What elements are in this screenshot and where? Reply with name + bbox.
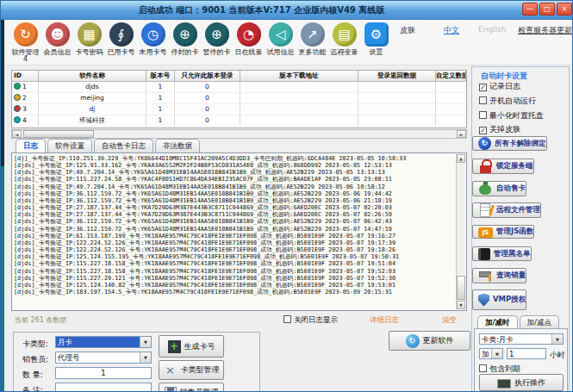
tab-add-sub-time[interactable]: 加/减时 [477,315,518,328]
record-log-checkbox[interactable]: ✓记录日志 [479,81,520,92]
card-type-select[interactable]: 月卡 ▼ [55,336,152,348]
card-type-label: 卡类型: [22,339,48,350]
log-line: [djds]_卡号验证_IP:125.91.33.162_卡号:YKAA3A65… [14,162,454,169]
lock-server-button[interactable]: 锁定服务端 [472,159,534,174]
detail-log-link[interactable]: 详细日志 [370,315,399,326]
execute-operation-button[interactable]: 执行操作 [479,374,564,391]
tab-auto-sell-log[interactable]: 自动售卡日志 [94,139,153,152]
chevron-down-icon[interactable]: ▼ [140,337,151,347]
auto-sell-button[interactable]: 自动售卡 [472,181,526,196]
plus-icon: + [168,340,181,353]
check-update-link[interactable]: 检查服务器更新 [518,25,572,36]
english-link[interactable]: English [478,25,507,34]
scroll-thumb[interactable] [23,130,94,138]
toolbar-badge: 4 [9,56,41,63]
tab-illegal-data[interactable]: 非法数据 [155,139,200,152]
remote-file-manage-button[interactable]: 远程文件管理 [472,202,541,218]
log-panel[interactable]: [dj]_卡号验证_IP:110.251.39.229_卡号:YK86644D1… [11,152,467,311]
toolbar-more-features[interactable]: ↗ 更多功能 [296,22,328,56]
disable-skin-checkbox[interactable]: ✓关掉皮肤 [479,124,520,135]
clear-log-link[interactable]: 清空 [442,315,457,326]
main-toolbar: ↻ 软件管理 4 ☻ 会员信息 ▦ 卡号密码 ∮ 已用卡号 ◷ 未用卡号 ⊕ 停… [4,20,573,65]
log-line: [djds]_卡号验证_IP:122.224.52.126_卡号:YK18AAE… [14,240,454,246]
chinese-link[interactable]: 中文 [444,25,459,36]
checkbox-icon[interactable] [283,315,291,323]
table-hscrollbar[interactable]: ◄ ► [11,129,467,139]
minimize-button[interactable]: — [522,3,538,16]
unit-label: 小时 [550,350,565,361]
unbind-all-cards-button[interactable]: ↻ 所有卡解除绑定 [472,136,547,151]
scroll-right-arrow[interactable]: ► [457,130,466,138]
manage-js-button[interactable]: JS 管理JS函数 [472,225,534,239]
chevron-down-icon[interactable]: ▼ [140,352,151,363]
table-header: ID 软件名称 版本号 只允许此版本登录 版本下载地址 登录返回数据 自定义数据 [12,71,466,82]
table-row[interactable]: 4 环城科技 1 0 [12,115,466,127]
vmp-auth-button[interactable]: VMP授权 [472,289,526,310]
toolbar-paused-cards[interactable]: ⊕ 暂停的卡 [201,22,233,56]
lock-icon [478,159,493,173]
update-software-button[interactable]: ↻ 更新软件 [389,331,470,351]
minimize-to-tray-checkbox[interactable]: 最小化时置托盘 [479,110,544,121]
money-icon: ▦ [78,22,102,47]
generate-card-button[interactable]: + 生成卡号 [159,335,224,358]
query-sales-button[interactable]: 查询销量 [472,268,526,283]
toolbar-settings[interactable]: ⚙ 设置 [360,22,392,56]
seller-label: 销售员: [22,354,48,365]
tab-add-sub-points[interactable]: 加/减点 [520,315,559,328]
toolbar-member-info[interactable]: ☻ 会员信息 [41,22,73,56]
toolbar-card-password[interactable]: ▦ 卡号密码 [73,22,105,56]
log-line: [djds]_卡号验证_IP:125.124.155.195_卡号:YK18AA… [14,253,454,260]
status-dot [14,83,21,90]
toolbar-used-cards[interactable]: ∮ 已用卡号 [105,22,137,56]
log-line: [djds]_卡号验证_IP:49.7.204.14_卡号:YK65A61D48… [14,169,454,176]
scroll-left-arrow[interactable]: ◄ [12,130,22,138]
black-book-icon [478,248,490,260]
shield-icon [478,294,489,307]
scroll-thumb[interactable] [457,276,465,300]
note-input[interactable] [55,383,152,392]
log-line: [dj]_卡号验证_IP:110.251.39.229_卡号:YK86644D1… [14,155,454,162]
checkbox-icon [479,96,487,104]
window-title: 启动成功 端口：9001 当前版本V:717 企业版内核V49 离线版 [1,4,522,16]
toolbar-trial-info[interactable]: ◁ 试用信息 [265,22,296,56]
autorun-checkbox[interactable]: 开机自动运行 [479,96,536,107]
quantity-label: 数 量: [22,370,43,381]
card-type-manage-button[interactable]: × 卡类型管理 [159,360,224,380]
close-button[interactable]: × [557,3,572,16]
toolbar-software-manage[interactable]: ↻ 软件管理 4 [9,22,41,63]
js-icon: JS [478,227,493,238]
table-row[interactable]: 2 meijing 1 0 [12,93,466,104]
close-log-checkbox[interactable]: 关闭日志显示 [283,315,338,326]
maximize-button[interactable]: □ [539,3,555,16]
chevron-down-icon[interactable]: ▼ [551,334,563,344]
checkbox-icon [479,111,487,119]
log-vscrollbar[interactable]: ▲ ▼ [456,154,465,309]
seller-select[interactable]: 代理号 ▼ [55,352,152,364]
chevron-down-icon[interactable]: ▼ [491,349,502,358]
manage-blacklist-button[interactable]: 管理黑名单 [472,246,532,261]
skin-link[interactable]: 皮肤 [400,25,415,36]
scroll-up-arrow[interactable]: ▲ [457,154,465,163]
ops-tabs: 加/减时 加/减点 [477,315,559,328]
megaphone-icon: ◁ [269,22,293,47]
toolbar-banned-cards[interactable]: ⊕ 停封的卡 [169,22,201,56]
toolbar-remote-vars[interactable]: ▤ 远程变量 [328,22,360,56]
scroll-down-arrow[interactable]: ▼ [457,301,465,309]
board-icon [497,379,511,389]
log-line: [djds]_卡号验证_IP:27.187.137.44_卡号:YKA7D29D… [14,204,454,211]
card-class-select[interactable]: 卡类:月卡 ▼ [479,333,564,345]
table-row[interactable]: 1 djds 1 0 [12,82,466,93]
tab-log[interactable]: 日志 [16,139,46,152]
toolbar-daily-online[interactable]: ◔ 日在线量 [233,22,265,56]
seller-manage-button[interactable]: 销售员管理 [159,383,224,392]
table-row[interactable]: 3 dj 1 0 [12,104,466,115]
chart-icon: ↗ [301,22,325,47]
tab-software-settings[interactable]: 软件设置 [47,139,92,152]
money-bag-icon [478,182,493,196]
toolbar-unused-cards[interactable]: ◷ 未用卡号 [137,22,169,56]
log-status-row: 当前 261 条数据 关闭日志显示 详细日志 清空 [11,313,467,327]
quantity-input[interactable] [55,367,152,379]
amount-input[interactable] [507,348,546,359]
status-dot [14,116,21,123]
add-sub-select[interactable]: 加 ▼ [479,348,503,359]
